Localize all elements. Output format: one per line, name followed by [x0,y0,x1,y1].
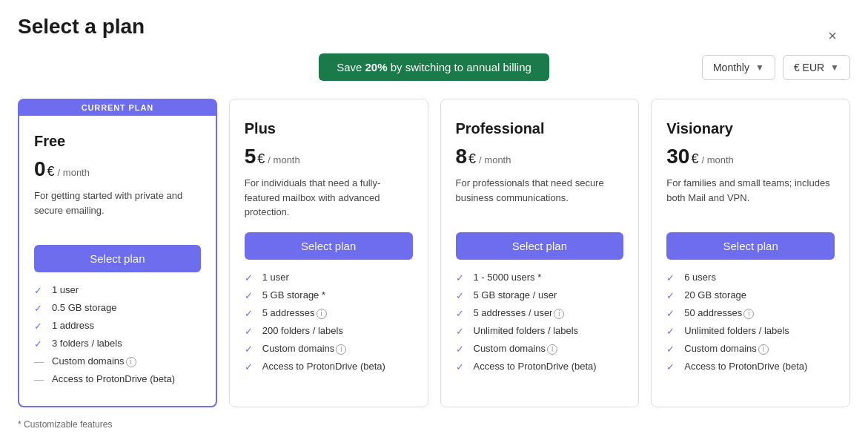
feature-text: Access to ProtonDrive (beta) [52,373,175,384]
plan-desc-visionary: For families and small teams; includes b… [666,176,835,220]
plan-card-plus: Plus 5 € / month For individuals that ne… [229,99,428,407]
feature-item: — Custom domainsi [34,355,201,367]
price-currency: € [257,151,265,167]
feature-text: 5 GB storage / user [474,289,557,301]
feature-item: ✓ 200 folders / labels [245,325,413,337]
info-icon[interactable]: i [743,309,754,319]
feature-item: ✓ 1 address [34,320,201,332]
check-icon: ✓ [245,326,256,337]
feature-text: Unlimited folders / labels [684,325,789,336]
info-icon[interactable]: i [554,309,564,319]
billing-dropdown[interactable]: Monthly ▼ [702,55,775,80]
check-icon: ✓ [666,326,678,337]
select-plan-button-free[interactable]: Select plan [34,245,201,272]
feature-item: ✓ 50 addressesi [666,307,835,319]
plans-grid: CURRENT PLANFree 0 € / month For getting… [18,99,850,407]
check-icon: ✓ [245,344,256,355]
plan-price-visionary: 30 € / month [666,145,835,168]
feature-text: Custom domainsi [684,343,769,355]
plan-price-professional: 8 € / month [456,145,624,168]
price-amount: 30 [666,145,689,168]
check-icon: ✓ [666,290,678,301]
save-suffix: by switching to annual billing [388,61,531,73]
info-icon[interactable]: i [336,344,346,355]
check-icon: ✓ [34,303,46,314]
info-icon[interactable]: i [126,357,136,367]
chevron-down-icon: ▼ [830,62,839,73]
feature-text: 1 user [262,272,289,283]
plan-name-free: Free [34,133,201,150]
check-icon: ✓ [245,361,256,373]
dash-icon: — [34,356,46,367]
check-icon: ✓ [245,272,256,283]
feature-item: ✓ Access to ProtonDrive (beta) [456,361,624,373]
plan-card-free: CURRENT PLANFree 0 € / month For getting… [18,99,217,407]
plan-price-plus: 5 € / month [245,145,413,168]
feature-text: 3 folders / labels [52,338,122,349]
info-icon[interactable]: i [547,344,557,355]
feature-item: ✓ Access to ProtonDrive (beta) [666,361,835,373]
feature-text: 5 addressesi [262,307,327,319]
footnote: * Customizable features [18,419,850,430]
plan-desc-plus: For individuals that need a fully-featur… [245,176,413,220]
feature-item: ✓ Access to ProtonDrive (beta) [245,361,413,373]
feature-text: Unlimited folders / labels [474,325,579,336]
feature-item: ✓ 5 addressesi [245,307,413,319]
feature-item: ✓ 0.5 GB storage [34,302,201,314]
feature-text: 1 user [52,284,79,295]
check-icon: ✓ [456,308,468,319]
check-icon: ✓ [34,338,46,350]
check-icon: ✓ [34,285,46,296]
check-icon: ✓ [34,321,46,332]
price-period: / month [479,154,511,165]
feature-list-visionary: ✓ 6 users ✓ 20 GB storage ✓ 50 addresses… [666,272,835,373]
price-amount: 5 [245,145,256,168]
feature-item: ✓ 6 users [666,272,835,283]
feature-item: ✓ 1 user [245,272,413,283]
plan-name-visionary: Visionary [666,120,835,137]
feature-text: Custom domainsi [52,355,136,367]
info-icon[interactable]: i [317,309,327,319]
check-icon: ✓ [456,290,468,301]
currency-dropdown[interactable]: € EUR ▼ [783,55,850,80]
feature-list-professional: ✓ 1 - 5000 users * ✓ 5 GB storage / user… [456,272,624,373]
price-currency: € [691,151,698,167]
feature-item: — Access to ProtonDrive (beta) [34,373,201,385]
save-banner: Save 20% by switching to annual billing [319,53,549,81]
currency-value: € EUR [794,62,824,73]
select-plan-button-professional[interactable]: Select plan [456,232,624,260]
info-icon[interactable]: i [758,344,769,355]
save-highlight: 20% [365,61,388,73]
plan-desc-free: For getting started with private and sec… [34,188,201,233]
check-icon: ✓ [666,272,678,283]
check-icon: ✓ [666,361,678,373]
feature-item: ✓ Custom domainsi [456,343,624,355]
feature-item: ✓ 3 folders / labels [34,338,201,350]
feature-list-plus: ✓ 1 user ✓ 5 GB storage * ✓ 5 addressesi… [245,272,413,373]
check-icon: ✓ [456,361,468,373]
feature-text: Custom domainsi [262,343,347,355]
select-plan-button-visionary[interactable]: Select plan [666,232,835,260]
current-badge: CURRENT PLAN [19,99,216,116]
check-icon: ✓ [456,326,468,337]
plan-name-professional: Professional [456,120,624,137]
close-button[interactable]: × [828,28,837,43]
feature-list-free: ✓ 1 user ✓ 0.5 GB storage ✓ 1 address ✓ … [34,284,201,385]
check-icon: ✓ [456,344,468,355]
feature-item: ✓ 5 addresses / useri [456,307,624,319]
feature-text: 1 address [52,320,94,331]
feature-text: 20 GB storage [684,289,746,301]
check-icon: ✓ [666,344,678,355]
feature-text: 1 - 5000 users * [474,272,542,283]
feature-text: Custom domainsi [474,343,558,355]
feature-text: Access to ProtonDrive (beta) [262,361,385,372]
price-period: / month [701,154,733,165]
plan-name-plus: Plus [245,120,413,137]
select-plan-button-plus[interactable]: Select plan [245,232,413,260]
price-currency: € [468,151,476,167]
check-icon: ✓ [245,290,256,301]
feature-item: ✓ Unlimited folders / labels [666,325,835,337]
feature-item: ✓ 5 GB storage / user [456,289,624,301]
feature-item: ✓ 20 GB storage [666,289,835,301]
price-amount: 8 [456,145,468,168]
